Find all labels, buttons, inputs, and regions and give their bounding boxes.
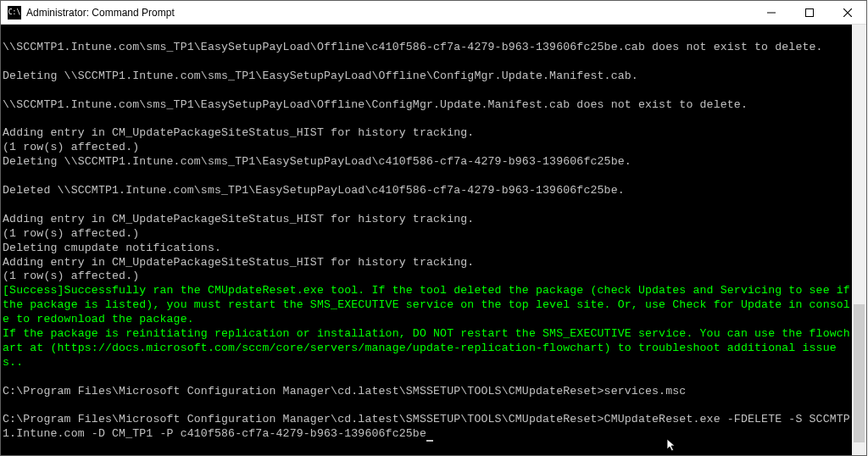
- text-cursor: [426, 440, 433, 442]
- client-area: \\SCCMTP1.Intune.com\sms_TP1\EasySetupPa…: [1, 25, 866, 455]
- console-line: (1 row(s) affected.): [3, 227, 139, 240]
- scrollbar-vertical[interactable]: [852, 25, 866, 455]
- titlebar-controls: [752, 1, 866, 24]
- minimize-icon: [767, 8, 776, 17]
- console-line: If the package is reinitiating replicati…: [3, 327, 850, 369]
- scrollbar-thumb[interactable]: [854, 304, 865, 442]
- maximize-button[interactable]: [790, 1, 828, 25]
- maximize-icon: [805, 8, 814, 17]
- console-line: Deleting \\SCCMTP1.Intune.com\sms_TP1\Ea…: [3, 70, 638, 82]
- close-button[interactable]: [828, 1, 866, 25]
- close-icon: [843, 8, 852, 17]
- console-line: (1 row(s) affected.): [3, 141, 139, 153]
- console-line: Deleting cmupdate notifications.: [3, 242, 221, 254]
- console-line: C:\Program Files\Microsoft Configuration…: [3, 385, 686, 398]
- window-frame: C:\ Administrator: Command Prompt \\SCCM…: [0, 0, 867, 456]
- console-line: Deleting \\SCCMTP1.Intune.com\sms_TP1\Ea…: [3, 155, 632, 168]
- console-line: Adding entry in CM_UpdatePackageSiteStat…: [3, 256, 474, 269]
- titlebar[interactable]: C:\ Administrator: Command Prompt: [1, 1, 866, 25]
- svg-rect-1: [805, 9, 813, 17]
- console-line: \\SCCMTP1.Intune.com\sms_TP1\EasySetupPa…: [3, 41, 823, 53]
- console-line: Adding entry in CM_UpdatePackageSiteStat…: [3, 126, 474, 139]
- console-line: C:\Program Files\Microsoft Configuration…: [3, 413, 850, 440]
- console-line: Deleted \\SCCMTP1.Intune.com\sms_TP1\Eas…: [3, 184, 625, 197]
- console-line: [Success]Successfully ran the CMUpdateRe…: [3, 284, 852, 325]
- minimize-button[interactable]: [752, 1, 790, 25]
- console-line: (1 row(s) affected.): [3, 270, 139, 282]
- app-icon: C:\: [8, 6, 21, 19]
- window-title: Administrator: Command Prompt: [26, 7, 752, 19]
- console-line: Adding entry in CM_UpdatePackageSiteStat…: [3, 213, 474, 225]
- console-output[interactable]: \\SCCMTP1.Intune.com\sms_TP1\EasySetupPa…: [1, 25, 852, 455]
- console-line: \\SCCMTP1.Intune.com\sms_TP1\EasySetupPa…: [3, 98, 748, 111]
